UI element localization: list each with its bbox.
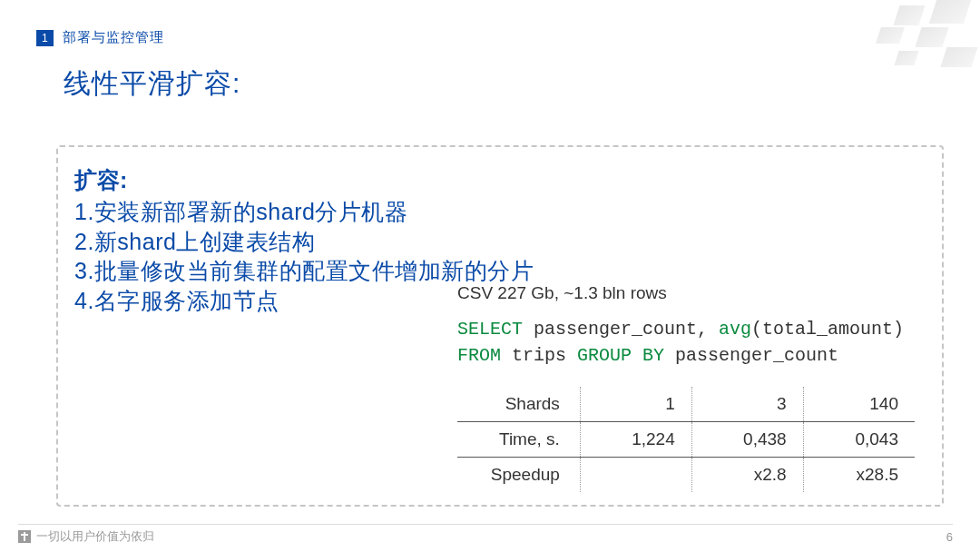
footer-left: 一切以用户价值为依归: [18, 528, 154, 545]
section-name: 部署与监控管理: [63, 29, 164, 46]
page-title: 线性平滑扩容:: [64, 65, 240, 103]
step-2: 2.新shard上创建表结构: [74, 227, 926, 257]
sql-group-kw: GROUP BY: [577, 345, 664, 366]
decorative-corner: [853, 0, 980, 82]
cell-shards-2: 3: [691, 387, 803, 422]
sql-select-kw: SELECT: [457, 319, 523, 340]
row-label-time: Time, s.: [457, 422, 580, 458]
sql-from-kw: FROM: [457, 345, 501, 366]
section-header: 1 部署与监控管理: [36, 29, 164, 46]
benchmark-area: CSV 227 Gb, ~1.3 bln rows SELECT passeng…: [457, 283, 915, 492]
sql-avg-fn: avg: [719, 319, 751, 340]
step-3: 3.批量修改当前集群的配置文件增加新的分片: [74, 256, 926, 286]
sql-avg-arg: (total_amount): [751, 319, 904, 340]
cell-time-3: 0,043: [803, 422, 915, 458]
sql-table: trips: [501, 345, 577, 366]
cell-time-1: 1,224: [580, 422, 691, 458]
page-number: 6: [946, 530, 953, 544]
content-panel: 扩容: 1.安装新部署新的shard分片机器 2.新shard上创建表结构 3.…: [56, 145, 944, 507]
row-label-shards: Shards: [457, 387, 580, 422]
cell-speedup-1: [580, 458, 691, 493]
sql-cols: passenger_count,: [523, 319, 719, 340]
cell-speedup-3: x28.5: [803, 458, 915, 493]
cell-speedup-2: x2.8: [691, 458, 803, 493]
sql-group-col: passenger_count: [664, 345, 838, 366]
section-number-badge: 1: [36, 30, 54, 46]
csv-info: CSV 227 Gb, ~1.3 bln rows: [457, 283, 915, 303]
cell-shards-3: 140: [803, 387, 915, 422]
expansion-heading: 扩容:: [74, 165, 926, 195]
footer: 一切以用户价值为依归 6: [18, 524, 953, 545]
cell-shards-1: 1: [580, 387, 691, 422]
cross-icon: [18, 530, 31, 543]
footer-motto: 一切以用户价值为依归: [36, 528, 154, 545]
performance-table: Shards 1 3 140 Time, s. 1,224 0,438 0,04…: [457, 387, 915, 492]
row-label-speedup: Speedup: [457, 458, 580, 493]
cell-time-2: 0,438: [691, 422, 803, 458]
table-row-shards: Shards 1 3 140: [457, 387, 915, 422]
table-row-time: Time, s. 1,224 0,438 0,043: [457, 422, 915, 458]
table-row-speedup: Speedup x2.8 x28.5: [457, 458, 915, 493]
sql-query: SELECT passenger_count, avg(total_amount…: [457, 316, 915, 369]
step-1: 1.安装新部署新的shard分片机器: [74, 197, 926, 227]
